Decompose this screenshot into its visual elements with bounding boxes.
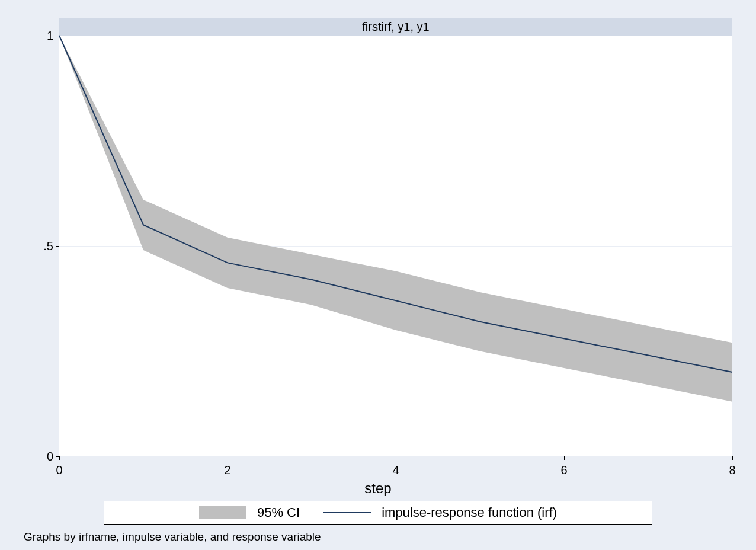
x-tick-label-0: 0 <box>56 463 62 477</box>
legend-label-ci: 95% CI <box>257 505 300 520</box>
x-tick-mark <box>564 456 565 460</box>
x-axis-label: step <box>0 480 756 497</box>
x-tick-mark <box>59 456 60 460</box>
x-tick-mark <box>732 456 733 460</box>
plot-svg <box>59 18 732 456</box>
legend-item-irf: impulse-response function (irf) <box>323 505 557 520</box>
ci-band <box>59 36 732 402</box>
y-tick-label-1: 1 <box>24 29 53 43</box>
ci-swatch-icon <box>199 506 246 519</box>
legend-item-ci: 95% CI <box>199 505 300 520</box>
x-tick-mark <box>228 456 228 460</box>
x-tick-label-6: 6 <box>560 463 567 477</box>
y-tick-label-05: .5 <box>24 239 53 253</box>
x-tick-label-2: 2 <box>224 463 230 477</box>
x-tick-mark <box>396 456 396 460</box>
legend-label-irf: impulse-response function (irf) <box>382 505 557 520</box>
chart-container: firstirf, y1, y1 0 .5 1 0 2 4 6 8 step 9… <box>0 0 756 550</box>
footnote: Graphs by irfname, impulse variable, and… <box>24 530 321 543</box>
x-tick-label-8: 8 <box>729 463 735 477</box>
x-tick-label-4: 4 <box>392 463 399 477</box>
legend: 95% CI impulse-response function (irf) <box>104 501 652 525</box>
line-swatch-icon <box>323 512 371 513</box>
y-tick-label-0: 0 <box>24 450 53 463</box>
